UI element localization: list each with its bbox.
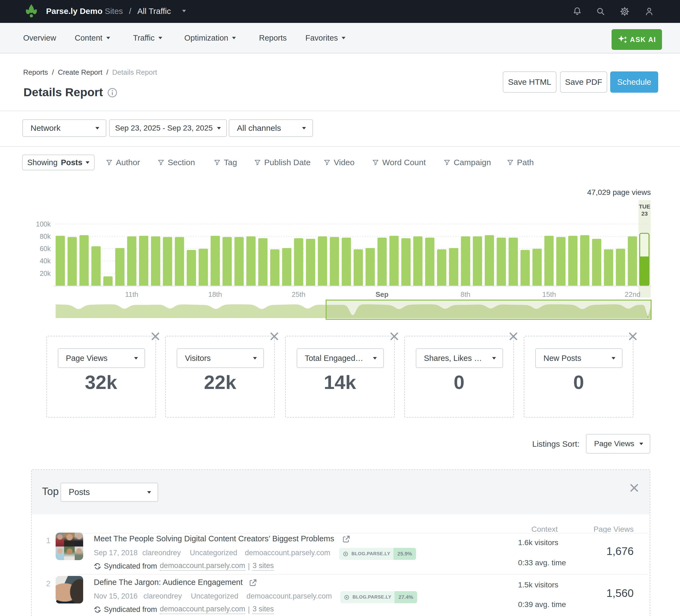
svg-text:11th: 11th <box>125 290 139 298</box>
svg-text:100k: 100k <box>36 220 51 228</box>
svg-text:22nd: 22nd <box>625 290 641 298</box>
svg-text:Sep: Sep <box>375 290 389 298</box>
svg-text:40k: 40k <box>40 257 51 265</box>
svg-text:23: 23 <box>641 210 648 217</box>
svg-text:20k: 20k <box>40 270 51 277</box>
svg-text:TUE: TUE <box>639 203 650 210</box>
svg-text:60k: 60k <box>40 245 51 253</box>
svg-text:8th: 8th <box>460 290 470 298</box>
svg-text:80k: 80k <box>40 233 51 240</box>
svg-text:25th: 25th <box>292 290 306 298</box>
svg-text:18th: 18th <box>208 290 222 298</box>
svg-text:15th: 15th <box>542 290 556 298</box>
